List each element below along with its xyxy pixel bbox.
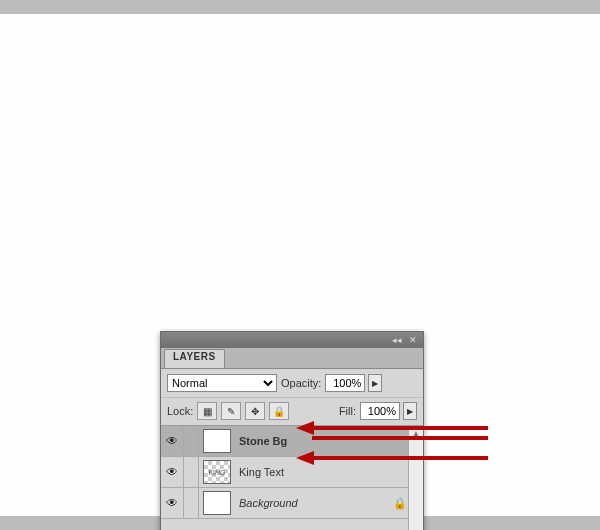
visibility-toggle[interactable]: 👁	[161, 426, 184, 456]
blend-opacity-row: Normal Opacity: ▶	[161, 369, 423, 398]
fill-label: Fill:	[339, 405, 356, 417]
lock-transparent-button[interactable]: ▦	[197, 402, 217, 420]
lock-fill-row: Lock: ▦ ✎ ✥ 🔒 Fill: ▶	[161, 398, 423, 426]
thumb-text: KING	[208, 469, 225, 476]
fill-input[interactable]	[364, 404, 398, 418]
visibility-toggle[interactable]: 👁	[161, 457, 184, 487]
layer-thumbnail[interactable]	[203, 491, 231, 515]
layers-empty-space	[161, 519, 423, 530]
link-col[interactable]	[184, 426, 199, 456]
tab-layers[interactable]: LAYERS	[164, 349, 225, 368]
link-col[interactable]	[184, 488, 199, 518]
annotation-arrow	[312, 436, 488, 440]
lock-label: Lock:	[167, 405, 193, 417]
layer-thumbnail[interactable]	[203, 429, 231, 453]
layers-panel: ◂◂ ✕ LAYERS Normal Opacity: ▶ Lock: ▦ ✎ …	[160, 331, 424, 530]
fill-field[interactable]	[360, 402, 400, 420]
layer-thumbnail[interactable]: KING	[203, 460, 231, 484]
annotation-arrow	[312, 426, 488, 430]
close-icon[interactable]: ✕	[407, 335, 419, 345]
link-col[interactable]	[184, 457, 199, 487]
opacity-field[interactable]	[325, 374, 365, 392]
layer-row[interactable]: 👁 Background 🔒	[161, 488, 423, 519]
panel-titlebar[interactable]: ◂◂ ✕	[161, 332, 423, 348]
eye-icon: 👁	[166, 465, 178, 479]
layer-row[interactable]: 👁 KING King Text	[161, 457, 423, 488]
layer-row[interactable]: 👁 Stone Bg	[161, 426, 423, 457]
layer-name[interactable]: Background	[235, 497, 391, 509]
annotation-arrow	[312, 456, 488, 460]
annotation-arrow-head	[296, 451, 314, 465]
panel-tabs: LAYERS	[161, 348, 423, 369]
opacity-slider-flyout[interactable]: ▶	[368, 374, 382, 392]
lock-icon: 🔒	[391, 497, 409, 510]
annotation-arrow-head	[296, 421, 314, 435]
layers-list: 👁 Stone Bg 👁 KING King Text 👁 Background…	[161, 426, 423, 530]
visibility-toggle[interactable]: 👁	[161, 488, 184, 518]
opacity-input[interactable]	[329, 376, 363, 390]
opacity-label: Opacity:	[281, 377, 321, 389]
lock-all-button[interactable]: 🔒	[269, 402, 289, 420]
lock-position-button[interactable]: ✥	[245, 402, 265, 420]
layer-name[interactable]: King Text	[235, 466, 391, 478]
fill-slider-flyout[interactable]: ▶	[403, 402, 417, 420]
eye-icon: 👁	[166, 496, 178, 510]
scrollbar[interactable]: ▲	[408, 426, 423, 530]
blend-mode-select[interactable]: Normal	[167, 374, 277, 392]
lock-pixels-button[interactable]: ✎	[221, 402, 241, 420]
eye-icon: 👁	[166, 434, 178, 448]
collapse-icon[interactable]: ◂◂	[391, 335, 403, 345]
